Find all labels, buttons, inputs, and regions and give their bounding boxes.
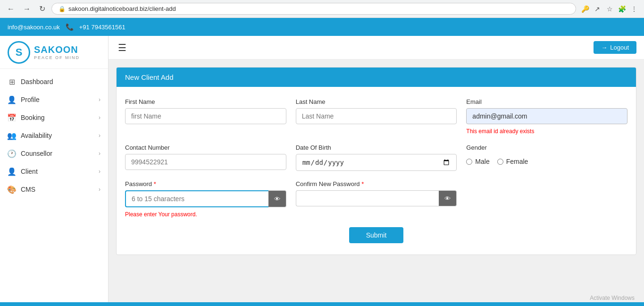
windows-watermark: Activate Windows	[590, 295, 635, 301]
contact-label: Contact Number	[125, 144, 286, 151]
form-row-3: Password * 👁 Please enter Your password.	[125, 180, 627, 218]
confirm-password-toggle-button[interactable]: 👁	[439, 190, 457, 206]
password-toggle-button[interactable]: 👁	[268, 190, 286, 207]
required-star: *	[154, 180, 156, 187]
share-icon[interactable]: ↗	[592, 4, 602, 14]
content-body: New Client Add First Name Last Name	[109, 60, 644, 306]
nav-item-left: 🕐 Counsellor	[8, 149, 52, 158]
url-bar[interactable]: 🔒 sakoon.digitalnoticeboard.biz/client-a…	[51, 3, 576, 15]
hamburger-button[interactable]: ☰	[116, 40, 128, 55]
cms-icon: 🎨	[8, 185, 16, 194]
nav-item-left: ⊞ Dashboard	[8, 77, 53, 86]
profile-icon: 👤	[8, 95, 16, 104]
password-label: Password *	[125, 180, 286, 187]
form-row-2: Contact Number Date Of Birth Gender	[125, 144, 627, 171]
password-input[interactable]	[125, 190, 268, 207]
required-star-2: *	[361, 180, 364, 187]
content-area: ☰ → Logout New Client Add First Name	[109, 36, 644, 306]
form-row-1: First Name Last Name Email This email id…	[125, 98, 627, 135]
password-error: Please enter Your password.	[125, 211, 286, 218]
nav-item-left: 👥 Availability	[8, 131, 52, 140]
logout-button[interactable]: → Logout	[594, 41, 636, 54]
logo-s-icon: S	[16, 46, 23, 59]
nav-item-left: 👤 Client	[8, 167, 38, 176]
sidebar-label-booking: Booking	[21, 114, 45, 121]
eye-icon: 👁	[274, 196, 280, 203]
sidebar-item-counsellor[interactable]: 🕐 Counsellor ›	[0, 144, 108, 162]
password-wrapper: 👁	[125, 190, 286, 207]
browser-chrome: ← → ↻ 🔒 sakoon.digitalnoticeboard.biz/cl…	[0, 0, 644, 18]
chevron-down-icon: ›	[99, 132, 100, 139]
sidebar-item-booking[interactable]: 📅 Booking ›	[0, 109, 108, 127]
sidebar-item-dashboard[interactable]: ⊞ Dashboard	[0, 73, 108, 91]
phone-text: +91 7943561561	[79, 24, 125, 31]
more-icon[interactable]: ⋮	[629, 4, 639, 14]
form-group-confirm-password: Confirm New Password * 👁	[296, 180, 457, 218]
extension-icon[interactable]: 🧩	[617, 4, 627, 14]
gender-options: Male Female	[466, 158, 627, 165]
browser-actions: 🔑 ↗ ☆ 🧩 ⋮	[580, 4, 639, 14]
email-text: info@sakoon.co.uk	[8, 24, 60, 31]
lock-icon: 🔒	[59, 6, 66, 12]
forward-button[interactable]: →	[21, 4, 33, 14]
sidebar-item-cms[interactable]: 🎨 CMS ›	[0, 180, 108, 198]
gender-female-text: Female	[506, 158, 528, 165]
confirm-password-input[interactable]	[296, 190, 439, 206]
first-name-input[interactable]	[125, 108, 286, 124]
back-button[interactable]: ←	[5, 4, 17, 14]
logout-icon: →	[601, 44, 607, 51]
email-label: Email	[466, 98, 627, 105]
gender-female-label[interactable]: Female	[497, 158, 528, 165]
form-group-empty	[466, 180, 627, 218]
dob-label: Date Of Birth	[296, 144, 457, 151]
gender-female-radio[interactable]	[497, 159, 503, 165]
dob-input[interactable]	[296, 154, 457, 171]
form-group-password: Password * 👁 Please enter Your password.	[125, 180, 286, 218]
phone-icon: 📞	[66, 23, 74, 31]
form-group-firstname: First Name	[125, 98, 286, 135]
email-error: This email id already exists	[466, 128, 627, 135]
counsellor-icon: 🕐	[8, 149, 16, 158]
contact-input[interactable]	[125, 154, 286, 170]
form-card: New Client Add First Name Last Name	[116, 67, 636, 255]
sidebar-item-client[interactable]: 👤 Client ›	[0, 162, 108, 180]
chevron-down-icon: ›	[99, 114, 100, 121]
chevron-down-icon: ›	[99, 96, 100, 103]
last-name-input[interactable]	[296, 108, 457, 124]
sidebar-item-profile[interactable]: 👤 Profile ›	[0, 91, 108, 109]
nav-item-left: 📅 Booking	[8, 113, 45, 122]
bottom-bar	[0, 302, 644, 306]
sidebar: S SAKOON PEACE OF MIND ⊞ Dashboard 👤 Pro…	[0, 36, 109, 306]
refresh-button[interactable]: ↻	[37, 3, 48, 14]
email-input[interactable]	[466, 108, 627, 124]
gender-male-radio[interactable]	[466, 159, 472, 165]
sidebar-label-cms: CMS	[21, 186, 35, 193]
sidebar-item-availability[interactable]: 👥 Availability ›	[0, 127, 108, 144]
booking-icon: 📅	[8, 113, 16, 122]
form-group-email: Email This email id already exists	[466, 98, 627, 135]
submit-row: Submit	[125, 227, 627, 243]
gender-male-text: Male	[475, 158, 489, 165]
nav-menu: ⊞ Dashboard 👤 Profile › 📅 Booking ›	[0, 69, 108, 202]
form-group-dob: Date Of Birth	[296, 144, 457, 171]
first-name-label: First Name	[125, 98, 286, 105]
logout-label: Logout	[610, 44, 629, 51]
client-icon: 👤	[8, 167, 16, 176]
submit-button[interactable]: Submit	[349, 227, 404, 243]
key-icon[interactable]: 🔑	[580, 4, 590, 14]
chevron-down-icon: ›	[99, 150, 100, 157]
logo-text: SAKOON PEACE OF MIND	[34, 44, 80, 60]
confirm-password-label: Confirm New Password *	[296, 180, 457, 187]
last-name-label: Last Name	[296, 98, 457, 105]
confirm-password-wrapper: 👁	[296, 190, 457, 206]
top-header: info@sakoon.co.uk 📞 +91 7943561561	[0, 18, 644, 36]
gender-male-label[interactable]: Male	[466, 158, 489, 165]
form-card-header: New Client Add	[117, 68, 636, 87]
star-icon[interactable]: ☆	[604, 4, 615, 14]
form-group-contact: Contact Number	[125, 144, 286, 171]
sidebar-label-availability: Availability	[21, 132, 52, 139]
form-group-lastname: Last Name	[296, 98, 457, 135]
nav-item-left: 🎨 CMS	[8, 185, 35, 194]
sidebar-label-profile: Profile	[21, 96, 40, 103]
dashboard-icon: ⊞	[8, 77, 16, 86]
